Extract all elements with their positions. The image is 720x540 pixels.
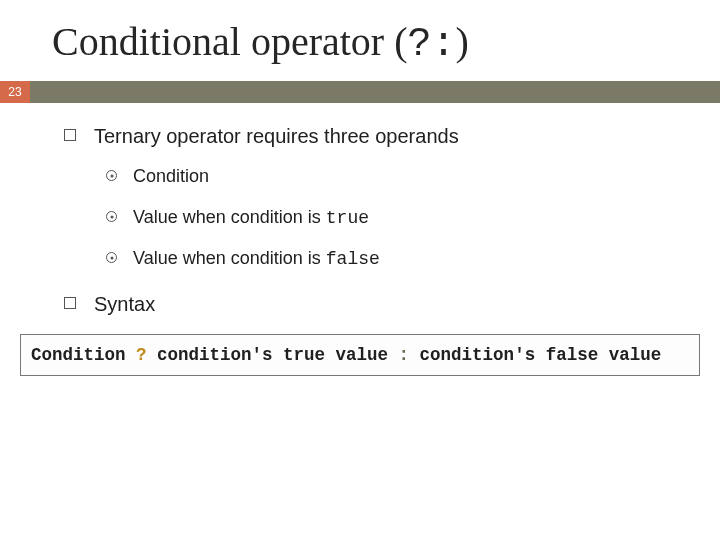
bullet-text: Syntax bbox=[94, 293, 155, 316]
slide-title: Conditional operator (?:) bbox=[0, 0, 720, 81]
sub-bullet-text: Condition bbox=[133, 166, 209, 187]
sub-bullet-group: Condition Value when condition is true V… bbox=[64, 166, 720, 269]
page-number-badge: 23 bbox=[0, 81, 30, 103]
syntax-box: Condition ? condition's true value : con… bbox=[20, 334, 700, 376]
code-false: false bbox=[326, 249, 380, 269]
sub-bullet-text: Value when condition is false bbox=[133, 248, 380, 269]
bullet-text: Ternary operator requires three operands bbox=[94, 125, 459, 148]
syntax-condition: Condition bbox=[31, 345, 136, 365]
slide: Conditional operator (?:) 23 Ternary ope… bbox=[0, 0, 720, 540]
syntax-true-value: condition's true value bbox=[147, 345, 399, 365]
bullet-level2: Value when condition is true bbox=[106, 207, 720, 228]
title-question-mark: ? bbox=[407, 22, 431, 67]
sub-bullet-text: Value when condition is true bbox=[133, 207, 369, 228]
title-colon: : bbox=[431, 22, 455, 67]
divider-bar: 23 bbox=[0, 81, 720, 103]
circle-bullet-icon bbox=[106, 252, 117, 263]
syntax-question-mark: ? bbox=[136, 345, 147, 365]
square-bullet-icon bbox=[64, 129, 76, 141]
title-suffix: ) bbox=[456, 19, 469, 64]
circle-bullet-icon bbox=[106, 170, 117, 181]
square-bullet-icon bbox=[64, 297, 76, 309]
sub-bullet-prefix: Value when condition is bbox=[133, 248, 326, 268]
code-true: true bbox=[326, 208, 369, 228]
bullet-level2: Condition bbox=[106, 166, 720, 187]
bullet-level2: Value when condition is false bbox=[106, 248, 720, 269]
bullet-level1: Syntax bbox=[64, 293, 720, 316]
title-prefix: Conditional operator ( bbox=[52, 19, 407, 64]
bullet-level1: Ternary operator requires three operands bbox=[64, 125, 720, 148]
slide-body: Ternary operator requires three operands… bbox=[0, 103, 720, 316]
sub-bullet-prefix: Value when condition is bbox=[133, 207, 326, 227]
syntax-colon: : bbox=[399, 345, 410, 365]
circle-bullet-icon bbox=[106, 211, 117, 222]
syntax-false-value: condition's false value bbox=[409, 345, 661, 365]
